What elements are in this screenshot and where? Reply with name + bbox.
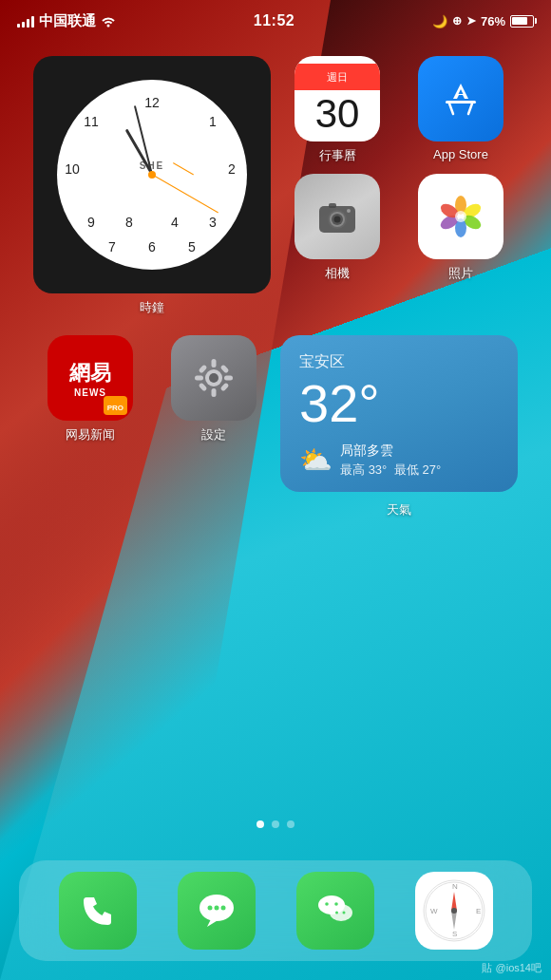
safari-svg: N S W E bbox=[421, 877, 487, 944]
clock-widget-container[interactable]: 12 1 2 3 6 9 10 11 5 4 7 8 SHE bbox=[33, 56, 271, 316]
svg-rect-18 bbox=[212, 388, 217, 397]
photos-icon[interactable] bbox=[418, 174, 504, 259]
watermark: 貼 @ios14吧 bbox=[482, 961, 542, 975]
clock-center-dot bbox=[148, 171, 156, 179]
moon-icon: 🌙 bbox=[432, 14, 447, 28]
weather-high: 33° bbox=[369, 462, 388, 477]
svg-point-16 bbox=[209, 373, 218, 383]
netease-icon[interactable]: 網易 NEWS PRO bbox=[48, 335, 133, 421]
dock: N S W E bbox=[19, 860, 532, 961]
photos-label: 照片 bbox=[448, 265, 473, 282]
svg-text:E: E bbox=[476, 907, 481, 915]
second-hand bbox=[152, 175, 218, 214]
netease-text1: 網易 bbox=[69, 359, 111, 387]
weather-low-label: 最低 bbox=[394, 462, 419, 477]
svg-rect-23 bbox=[199, 383, 208, 392]
weather-text: 局部多雲 最高 33° 最低 27° bbox=[340, 443, 441, 479]
svg-point-28 bbox=[214, 906, 218, 911]
battery-percent: 76% bbox=[481, 14, 505, 28]
svg-point-34 bbox=[335, 912, 338, 914]
home-screen: 12 1 2 3 6 9 10 11 5 4 7 8 SHE bbox=[0, 42, 551, 980]
settings-svg bbox=[188, 352, 239, 404]
svg-point-14 bbox=[455, 211, 466, 222]
weather-city: 宝安区 bbox=[299, 352, 499, 372]
weather-condition-icon: ⛅ bbox=[299, 444, 332, 476]
weather-high-label: 最高 bbox=[340, 462, 365, 477]
camera-app[interactable]: 相機 bbox=[280, 174, 394, 282]
appstore-icon[interactable] bbox=[418, 56, 504, 141]
calendar-date: 30 bbox=[315, 94, 360, 134]
status-right: 🌙 ⊕ ➤ 76% bbox=[432, 14, 534, 28]
svg-point-31 bbox=[330, 904, 352, 921]
camera-icon[interactable] bbox=[294, 174, 380, 259]
weather-range: 最高 33° 最低 27° bbox=[340, 462, 441, 479]
netease-badge: PRO bbox=[104, 396, 127, 415]
dock-safari[interactable]: N S W E bbox=[415, 872, 493, 950]
page-dot-1[interactable] bbox=[256, 820, 264, 828]
location-icon: ➤ bbox=[466, 14, 476, 28]
right-col: 週日 30 行事曆 bbox=[280, 56, 518, 282]
dock-messages[interactable] bbox=[178, 872, 256, 950]
second-counterbalance bbox=[172, 162, 193, 175]
svg-text:S: S bbox=[452, 930, 457, 938]
safari-icon[interactable]: N S W E bbox=[415, 872, 493, 950]
photos-app[interactable]: 照片 bbox=[404, 174, 518, 282]
netease-pro: PRO bbox=[107, 404, 124, 412]
svg-point-5 bbox=[334, 217, 341, 223]
svg-point-44 bbox=[451, 908, 457, 914]
svg-rect-20 bbox=[224, 376, 233, 381]
calendar-label: 行事曆 bbox=[319, 147, 356, 164]
svg-rect-24 bbox=[220, 383, 230, 392]
weather-low: 27° bbox=[423, 462, 442, 477]
status-bar: 中国联通 11:52 🌙 ⊕ ➤ 76% bbox=[0, 0, 551, 42]
weather-condition: 局部多雲 bbox=[340, 443, 441, 460]
calendar-header: 週日 bbox=[294, 64, 380, 90]
svg-text:W: W bbox=[430, 907, 438, 915]
svg-rect-22 bbox=[220, 365, 230, 374]
svg-rect-17 bbox=[212, 359, 217, 368]
svg-point-33 bbox=[334, 902, 338, 906]
camera-label: 相機 bbox=[325, 265, 350, 282]
dock-wechat[interactable] bbox=[296, 872, 374, 950]
weather-widget[interactable]: 宝安区 32° ⛅ 局部多雲 最高 33° 最低 27° bbox=[280, 335, 518, 492]
clock-label: 時鐘 bbox=[140, 299, 164, 316]
phone-icon[interactable] bbox=[59, 872, 137, 950]
svg-point-7 bbox=[347, 209, 351, 213]
settings-icon[interactable] bbox=[171, 335, 256, 421]
photos-svg bbox=[432, 188, 489, 245]
svg-point-29 bbox=[220, 906, 225, 911]
page-dot-3[interactable] bbox=[287, 820, 294, 828]
clock-face: 12 1 2 3 6 9 10 11 5 4 7 8 SHE bbox=[57, 80, 247, 270]
svg-rect-19 bbox=[195, 376, 203, 381]
settings-label: 設定 bbox=[201, 426, 226, 443]
netease-app[interactable]: 網易 NEWS PRO 网易新闻 bbox=[33, 335, 147, 443]
messages-icon[interactable] bbox=[178, 872, 256, 950]
wechat-svg bbox=[311, 886, 360, 935]
wechat-icon[interactable] bbox=[296, 872, 374, 950]
settings-app[interactable]: 設定 bbox=[157, 335, 271, 443]
phone-svg bbox=[77, 890, 119, 932]
dock-phone[interactable] bbox=[59, 872, 137, 950]
svg-text:N: N bbox=[452, 882, 458, 891]
svg-rect-6 bbox=[329, 203, 336, 208]
appstore-label: App Store bbox=[433, 147, 488, 161]
row1-right: 週日 30 行事曆 bbox=[280, 56, 518, 164]
carrier-label: 中国联通 bbox=[39, 12, 96, 30]
time-display: 11:52 bbox=[254, 12, 294, 29]
signal-icon bbox=[17, 14, 34, 28]
calendar-icon[interactable]: 週日 30 bbox=[294, 56, 380, 141]
camera-svg bbox=[314, 193, 361, 240]
battery-icon bbox=[510, 15, 534, 28]
netease-label: 网易新闻 bbox=[66, 426, 115, 443]
appstore-app[interactable]: App Store bbox=[404, 56, 518, 164]
weather-label: 天氣 bbox=[387, 501, 411, 518]
clock-widget[interactable]: 12 1 2 3 6 9 10 11 5 4 7 8 SHE bbox=[33, 56, 271, 293]
svg-point-27 bbox=[207, 906, 212, 911]
calendar-app[interactable]: 週日 30 行事曆 bbox=[280, 56, 394, 164]
messages-svg bbox=[193, 887, 240, 934]
page-dot-2[interactable] bbox=[272, 820, 279, 828]
row2-right: 相機 bbox=[280, 174, 518, 282]
status-left: 中国联通 bbox=[17, 12, 116, 30]
svg-point-32 bbox=[325, 902, 329, 906]
weather-widget-container[interactable]: 宝安区 32° ⛅ 局部多雲 最高 33° 最低 27° 天氣 bbox=[280, 335, 518, 518]
